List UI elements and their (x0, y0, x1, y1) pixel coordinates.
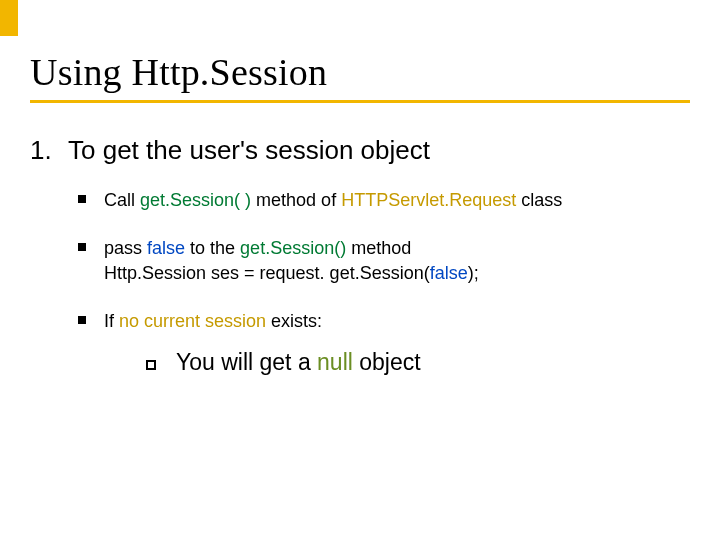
list-item: Call get.Session( ) method of HTTPServle… (78, 188, 690, 212)
sub-item: You will get a null object (146, 347, 690, 378)
square-bullet-icon (78, 316, 86, 324)
accent-bar (0, 0, 18, 36)
text: If (104, 311, 119, 331)
bullet-text: If no current session exists: You will g… (104, 309, 690, 378)
bullet-text: pass false to the get.Session() method H… (104, 236, 690, 285)
list-item: If no current session exists: You will g… (78, 309, 690, 378)
code-line: ); (468, 263, 479, 283)
highlight: no current session (119, 311, 266, 331)
keyword: null (317, 349, 353, 375)
method-name: get.Session() (240, 238, 346, 258)
keyword: false (430, 263, 468, 283)
item-text: To get the user's session object (68, 135, 430, 166)
code-line: Http.Session ses = request. get.Session( (104, 263, 430, 283)
slide: Using Http.Session 1. To get the user's … (0, 0, 720, 540)
square-bullet-icon (78, 195, 86, 203)
method-name: get.Session( ) (140, 190, 251, 210)
text: method (346, 238, 411, 258)
class-name: HTTPServlet.Request (341, 190, 516, 210)
text: pass (104, 238, 147, 258)
slide-title: Using Http.Session (30, 50, 690, 98)
text: object (353, 349, 421, 375)
text: Call (104, 190, 140, 210)
bullet-list: Call get.Session( ) method of HTTPServle… (78, 188, 690, 378)
slide-body: 1. To get the user's session object Call… (30, 135, 690, 384)
square-bullet-icon (78, 243, 86, 251)
keyword: false (147, 238, 185, 258)
text: exists: (266, 311, 322, 331)
text: method of (251, 190, 341, 210)
list-item: pass false to the get.Session() method H… (78, 236, 690, 285)
numbered-item: 1. To get the user's session object (30, 135, 690, 166)
open-square-bullet-icon (146, 360, 156, 370)
text: to the (185, 238, 240, 258)
text: You will get a (176, 349, 317, 375)
text: class (516, 190, 562, 210)
sub-text: You will get a null object (176, 347, 421, 378)
title-block: Using Http.Session (30, 50, 690, 103)
item-number: 1. (30, 135, 58, 166)
title-underline (30, 100, 690, 103)
bullet-text: Call get.Session( ) method of HTTPServle… (104, 188, 690, 212)
